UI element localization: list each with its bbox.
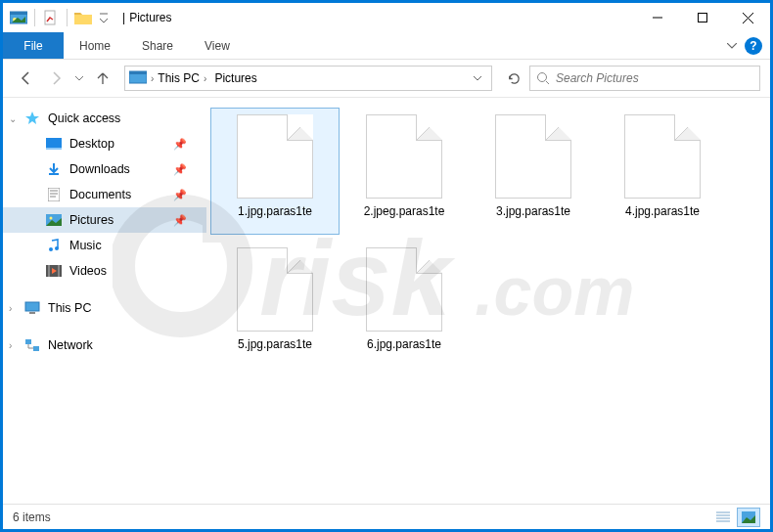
refresh-button[interactable] — [500, 66, 527, 91]
file-icon — [495, 114, 571, 199]
sidebar-item-label: Videos — [69, 264, 107, 278]
videos-icon — [46, 263, 62, 279]
chevron-right-icon[interactable]: › — [204, 73, 206, 84]
search-icon — [536, 71, 550, 85]
svg-rect-19 — [29, 312, 35, 314]
sidebar-item-desktop[interactable]: Desktop 📌 — [3, 131, 206, 156]
file-item[interactable]: 4.jpg.paras1te — [598, 108, 727, 235]
file-icon — [237, 247, 313, 332]
sidebar-item-label: This PC — [48, 301, 91, 315]
ribbon-expand-icon[interactable] — [727, 43, 737, 49]
close-button[interactable] — [725, 3, 770, 32]
pictures-icon — [46, 212, 62, 228]
details-view-button[interactable] — [711, 508, 735, 527]
sidebar-item-label: Quick access — [48, 111, 120, 125]
pin-icon: 📌 — [173, 214, 187, 227]
sidebar-quick-access[interactable]: ⌄ Quick access — [3, 106, 206, 131]
file-item[interactable]: 5.jpg.paras1te — [210, 241, 340, 368]
svg-point-7 — [538, 73, 547, 82]
svg-rect-18 — [25, 302, 39, 311]
pin-icon: 📌 — [173, 138, 187, 151]
address-bar[interactable]: › This PC› Pictures — [124, 66, 492, 91]
file-icon — [366, 114, 442, 199]
svg-point-13 — [49, 247, 53, 251]
file-list[interactable]: 1.jpg.paras1te 2.jpeg.paras1te 3.jpg.par… — [206, 98, 770, 504]
svg-rect-21 — [33, 346, 39, 351]
file-name: 2.jpeg.paras1te — [360, 204, 449, 218]
search-box[interactable] — [529, 66, 760, 91]
chevron-right-icon[interactable]: › — [9, 340, 12, 351]
icons-view-button[interactable] — [737, 508, 760, 527]
file-name: 6.jpg.paras1te — [363, 337, 445, 351]
explorer-window: | Pictures File Home Share View ? — [3, 3, 770, 529]
sidebar-network[interactable]: › Network — [3, 332, 206, 358]
maximize-button[interactable] — [680, 3, 725, 32]
file-name: 1.jpg.paras1te — [234, 204, 316, 218]
quick-access-toolbar — [3, 7, 114, 28]
minimize-button[interactable] — [635, 3, 680, 32]
nav-pane: ⌄ Quick access Desktop 📌 Downloads 📌 — [3, 98, 206, 504]
file-tab[interactable]: File — [3, 32, 64, 59]
file-icon — [237, 114, 313, 199]
downloads-icon — [46, 161, 62, 177]
file-icon — [624, 114, 701, 199]
search-input[interactable] — [556, 71, 753, 85]
location-icon — [129, 69, 147, 87]
breadcrumb-this-pc[interactable]: This PC› — [154, 71, 210, 85]
svg-rect-1 — [10, 12, 27, 15]
chevron-down-icon[interactable]: ⌄ — [9, 113, 17, 124]
sidebar-item-label: Desktop — [69, 137, 114, 151]
chevron-right-icon[interactable]: › — [9, 303, 12, 314]
address-dropdown-icon[interactable] — [468, 76, 487, 81]
svg-rect-16 — [48, 265, 50, 277]
properties-icon[interactable] — [39, 7, 63, 28]
file-item[interactable]: 1.jpg.paras1te — [210, 108, 340, 235]
svg-rect-10 — [48, 188, 60, 201]
forward-button[interactable] — [42, 65, 69, 92]
sidebar-item-label: Network — [48, 338, 93, 352]
recent-dropdown-icon[interactable] — [71, 65, 87, 92]
sidebar-item-documents[interactable]: Documents 📌 — [3, 182, 206, 207]
window-title: Pictures — [129, 11, 171, 24]
computer-icon — [24, 300, 40, 316]
navbar: › This PC› Pictures — [3, 60, 770, 97]
svg-rect-20 — [25, 339, 31, 344]
file-icon — [366, 247, 442, 332]
star-icon — [24, 111, 40, 126]
tab-share[interactable]: Share — [126, 32, 189, 59]
svg-point-12 — [50, 217, 53, 220]
window-controls — [635, 3, 770, 32]
separator — [67, 9, 68, 26]
app-icon[interactable] — [7, 7, 30, 28]
status-count: 6 items — [13, 510, 51, 524]
sidebar-item-music[interactable]: Music — [3, 233, 206, 258]
file-name: 3.jpg.paras1te — [492, 204, 574, 218]
breadcrumb-pictures[interactable]: Pictures — [210, 71, 260, 85]
svg-point-14 — [55, 246, 59, 250]
network-icon — [24, 337, 40, 353]
up-button[interactable] — [89, 65, 116, 92]
file-item[interactable]: 6.jpg.paras1te — [340, 241, 469, 368]
file-item[interactable]: 2.jpeg.paras1te — [340, 108, 469, 235]
sidebar-item-videos[interactable]: Videos — [3, 258, 206, 284]
folder-icon[interactable] — [71, 7, 95, 28]
qat-dropdown-icon[interactable] — [97, 7, 111, 28]
pin-icon: 📌 — [173, 189, 187, 201]
desktop-icon — [46, 136, 62, 152]
file-name: 5.jpg.paras1te — [234, 337, 316, 351]
sidebar-item-label: Music — [69, 239, 102, 252]
tab-home[interactable]: Home — [64, 32, 126, 59]
sidebar-item-pictures[interactable]: Pictures 📌 — [3, 207, 206, 233]
separator — [34, 9, 35, 26]
back-button[interactable] — [13, 65, 40, 92]
sidebar-this-pc[interactable]: › This PC — [3, 295, 206, 321]
body: ⌄ Quick access Desktop 📌 Downloads 📌 — [3, 97, 770, 504]
file-item[interactable]: 3.jpg.paras1te — [469, 108, 598, 235]
tab-view[interactable]: View — [189, 32, 246, 59]
svg-rect-4 — [699, 14, 707, 22]
help-icon[interactable]: ? — [745, 37, 762, 55]
file-name: 4.jpg.paras1te — [621, 204, 704, 218]
status-bar: 6 items — [3, 504, 770, 529]
ribbon: File Home Share View ? — [3, 32, 770, 60]
sidebar-item-downloads[interactable]: Downloads 📌 — [3, 156, 206, 182]
